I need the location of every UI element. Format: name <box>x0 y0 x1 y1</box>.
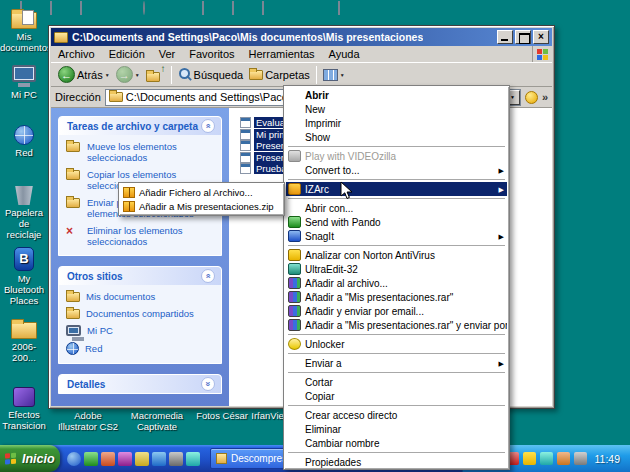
menu-item-convert-to[interactable]: Convert to... <box>286 163 507 177</box>
forward-arrow-icon <box>116 66 133 83</box>
menu-item-imprimir[interactable]: Imprimir <box>286 116 507 130</box>
place-red[interactable]: Red <box>66 342 217 355</box>
desktop-icon-top[interactable] <box>80 2 82 14</box>
quick-launch-icon[interactable] <box>135 452 149 466</box>
close-button[interactable] <box>533 30 549 44</box>
place-documentos-compartidos[interactable]: Documentos compartidos <box>66 308 217 319</box>
start-button[interactable]: Inicio <box>0 445 60 472</box>
pando-icon <box>288 216 301 228</box>
menu-item-abrir-con[interactable]: Abrir con... <box>286 201 507 215</box>
menu-item-abrir[interactable]: Abrir <box>286 88 507 102</box>
my-documents-icon <box>66 292 80 302</box>
menu-edicion[interactable]: Edición <box>102 46 152 62</box>
menu-item-add-rar-email[interactable]: Añadir a "Mis presentaciones.rar" y envi… <box>286 318 507 332</box>
desktop-icon-mis-documentos[interactable]: Mis documentos <box>0 2 48 54</box>
views-button[interactable] <box>320 64 348 86</box>
desktop-icon-efectos[interactable]: Efectos Transicion <box>0 380 48 432</box>
submenu-arrow-icon <box>499 186 504 194</box>
quick-launch-icon[interactable] <box>186 452 200 466</box>
desktop-icon-red[interactable]: Red <box>0 118 48 159</box>
menu-item-show[interactable]: Show <box>286 130 507 144</box>
panel-header-file-tasks[interactable]: Tareas de archivo y carpeta <box>59 117 221 135</box>
desktop-icon-top[interactable] <box>202 2 204 14</box>
winrar-icon <box>288 291 301 303</box>
desktop-icon-top[interactable] <box>262 2 264 14</box>
menu-item-add-rar[interactable]: Añadir a "Mis presentaciones.rar" <box>286 290 507 304</box>
tray-icon[interactable] <box>574 452 587 465</box>
quick-launch-icon[interactable] <box>169 452 183 466</box>
task-move-items[interactable]: Mueve los elementos seleccionados <box>66 141 217 163</box>
quick-launch-icon[interactable] <box>118 452 132 466</box>
desktop-icon-top[interactable] <box>50 2 52 14</box>
up-button[interactable] <box>143 64 168 86</box>
menu-item-new[interactable]: New <box>286 102 507 116</box>
menu-herramientas[interactable]: Herramientas <box>242 46 322 62</box>
menu-item-crear-acceso-directo[interactable]: Crear acceso directo <box>286 408 507 422</box>
panel-header-other-places[interactable]: Otros sitios <box>59 267 221 285</box>
quick-launch-icon[interactable] <box>101 452 115 466</box>
menu-item-play-videozilla[interactable]: Play with VIDEOzilla <box>286 149 507 163</box>
menu-item-unlocker[interactable]: Unlocker <box>286 337 507 351</box>
dropdown-caret-icon <box>135 72 140 78</box>
submenu-arrow-icon <box>499 233 504 241</box>
title-bar[interactable]: C:\Documents and Settings\Paco\Mis docum… <box>51 28 552 46</box>
tray-icon[interactable] <box>557 452 570 465</box>
recycle-bin-icon <box>0 178 48 205</box>
desktop-icon-mi-pc[interactable]: Mi PC <box>0 60 48 101</box>
toolbar-separator <box>316 66 317 84</box>
collapse-chevron-icon[interactable] <box>201 269 215 283</box>
desktop-icon-top[interactable] <box>232 2 234 14</box>
menu-item-cortar[interactable]: Cortar <box>286 375 507 389</box>
menu-item-snagit[interactable]: SnagIt <box>286 229 507 243</box>
desktop-icon-2006[interactable]: 2006-200... <box>0 312 48 364</box>
menu-item-ultraedit[interactable]: UltraEdit-32 <box>286 262 507 276</box>
desktop-icon-captivate[interactable]: Macromedia Captivate <box>124 411 190 433</box>
quick-launch-icon[interactable] <box>67 452 81 466</box>
my-documents-icon <box>0 2 48 29</box>
desktop-icon-illustrator[interactable]: Adobe Illustrator CS2 <box>54 411 122 433</box>
back-button[interactable]: Atrás <box>55 64 113 86</box>
folder-icon <box>109 92 123 102</box>
quick-launch-icon[interactable] <box>84 452 98 466</box>
overflow-chevron-icon[interactable] <box>542 91 548 103</box>
desktop-icon-fotos[interactable]: Fotos César <box>192 411 252 422</box>
desktop-icon-bluetooth[interactable]: My Bluetooth Places <box>0 244 48 307</box>
menu-item-send-pando[interactable]: Send with Pando <box>286 215 507 229</box>
menu-archivo[interactable]: Archivo <box>51 46 102 62</box>
menu-item-add-archive[interactable]: Añadir al archivo... <box>286 276 507 290</box>
expand-chevron-icon[interactable] <box>201 377 215 391</box>
forward-button[interactable] <box>113 64 143 86</box>
submenu-item-add-to-zip[interactable]: Añadir a Mis presentaciones.zip <box>121 199 282 213</box>
menu-ver[interactable]: Ver <box>152 46 183 62</box>
maximize-button[interactable] <box>515 30 531 44</box>
minimize-button[interactable] <box>497 30 513 44</box>
menu-item-copiar[interactable]: Copiar <box>286 389 507 403</box>
desktop-icon-top[interactable] <box>338 2 340 14</box>
menu-item-eliminar[interactable]: Eliminar <box>286 422 507 436</box>
menu-item-izarc[interactable]: IZArc <box>286 182 507 196</box>
place-mi-pc[interactable]: Mi PC <box>66 325 217 336</box>
folders-button[interactable]: Carpetas <box>246 64 313 86</box>
task-delete-items[interactable]: Eliminar los elementos seleccionados <box>66 225 217 247</box>
tray-icon[interactable] <box>540 452 553 465</box>
cd-icon[interactable] <box>143 2 145 14</box>
tray-icon[interactable] <box>523 452 536 465</box>
menu-item-enviar-a[interactable]: Enviar a <box>286 356 507 370</box>
submenu-item-add-to-archive[interactable]: Añadir Fichero al Archivo... <box>121 185 282 199</box>
menu-item-norton-scan[interactable]: Analizar con Norton AntiVirus <box>286 248 507 262</box>
norton-toolbar-icon[interactable] <box>525 91 538 104</box>
menu-item-propiedades[interactable]: Propiedades <box>286 455 507 469</box>
collapse-chevron-icon[interactable] <box>201 119 215 133</box>
panel-header-details[interactable]: Detalles <box>59 375 221 393</box>
my-computer-icon <box>66 325 81 336</box>
search-button[interactable]: Búsqueda <box>175 64 247 86</box>
menu-item-cambiar-nombre[interactable]: Cambiar nombre <box>286 436 507 450</box>
desktop-icon-papelera[interactable]: Papelera de reciclaje <box>0 178 48 241</box>
task-pane: Tareas de archivo y carpeta Mueve los el… <box>51 108 229 406</box>
ultraedit-icon <box>288 263 301 275</box>
menu-ayuda[interactable]: Ayuda <box>322 46 367 62</box>
menu-favoritos[interactable]: Favoritos <box>182 46 241 62</box>
quick-launch-icon[interactable] <box>152 452 166 466</box>
place-mis-documentos[interactable]: Mis documentos <box>66 291 217 302</box>
menu-item-add-email[interactable]: Añadir y enviar por email... <box>286 304 507 318</box>
